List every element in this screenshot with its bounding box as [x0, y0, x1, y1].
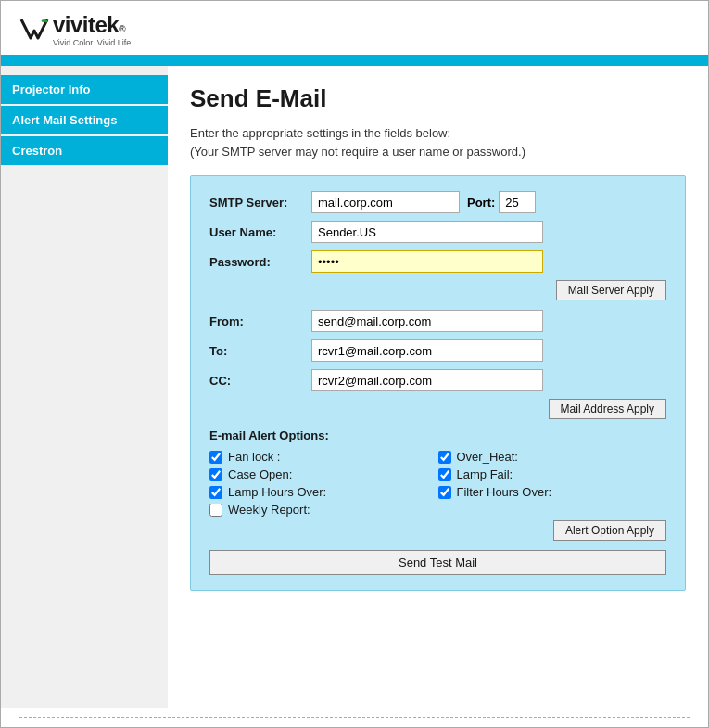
mail-server-apply-row: Mail Server Apply	[209, 280, 666, 300]
checkbox-fan-lock-label: Fan lock :	[228, 450, 280, 464]
logo-registered: ®	[119, 24, 125, 34]
smtp-server-input[interactable]	[311, 191, 460, 213]
checkbox-grid-empty	[438, 503, 667, 517]
checkbox-over-heat: Over_Heat:	[438, 450, 667, 464]
checkbox-grid: Fan lock : Over_Heat: Case Open: Lamp Fa…	[209, 450, 666, 517]
cc-row: CC:	[209, 369, 666, 391]
mail-address-apply-row: Mail Address Apply	[209, 399, 666, 419]
page-title: Send E-Mail	[190, 84, 686, 113]
footer-divider	[19, 717, 690, 718]
mail-server-apply-button[interactable]: Mail Server Apply	[556, 280, 666, 300]
form-panel: SMTP Server: Port: User Name: Password:	[190, 175, 686, 591]
password-label: Password:	[209, 255, 311, 269]
smtp-server-input-group: Port:	[311, 191, 536, 213]
from-label: From:	[209, 314, 311, 328]
user-name-input[interactable]	[311, 221, 543, 243]
checkbox-weekly-report: Weekly Report:	[209, 503, 438, 517]
checkbox-over-heat-label: Over_Heat:	[457, 450, 518, 464]
logo-main: vivitek® Vivid Color. Vivid Life.	[19, 12, 133, 47]
logo-container: vivitek® Vivid Color. Vivid Life.	[19, 12, 690, 47]
alert-options-title: E-mail Alert Options:	[209, 428, 666, 442]
password-input[interactable]	[311, 250, 543, 273]
checkbox-case-open-label: Case Open:	[228, 467, 292, 481]
cc-label: CC:	[209, 374, 311, 388]
main-content: Send E-Mail Enter the appropriate settin…	[168, 66, 708, 708]
checkbox-lamp-hours-over-input[interactable]	[209, 486, 222, 499]
sidebar-item-projector-info[interactable]: Projector Info	[1, 75, 168, 104]
alert-option-apply-button[interactable]: Alert Option Apply	[553, 520, 666, 541]
checkbox-filter-hours-over-label: Filter Hours Over:	[457, 485, 552, 499]
port-input[interactable]	[499, 191, 536, 213]
checkbox-filter-hours-over: Filter Hours Over:	[438, 485, 667, 499]
sidebar-item-crestron[interactable]: Crestron	[1, 136, 168, 165]
to-row: To:	[209, 339, 666, 362]
logo-wordmark: vivitek® Vivid Color. Vivid Life.	[53, 12, 133, 47]
port-label: Port:	[467, 196, 495, 210]
checkbox-lamp-hours-over: Lamp Hours Over:	[209, 485, 438, 499]
to-label: To:	[209, 344, 311, 358]
from-row: From:	[209, 310, 666, 332]
checkbox-lamp-fail: Lamp Fail:	[438, 467, 667, 481]
checkbox-over-heat-input[interactable]	[438, 451, 451, 464]
checkbox-case-open: Case Open:	[209, 467, 438, 481]
checkbox-lamp-fail-input[interactable]	[438, 468, 451, 481]
checkbox-weekly-report-input[interactable]	[209, 504, 222, 517]
smtp-server-row: SMTP Server: Port:	[209, 191, 666, 213]
content-area: Projector Info Alert Mail Settings Crest…	[1, 66, 708, 708]
to-input[interactable]	[311, 339, 543, 362]
checkbox-filter-hours-over-input[interactable]	[438, 486, 451, 499]
header: vivitek® Vivid Color. Vivid Life.	[1, 1, 708, 58]
checkbox-lamp-hours-over-label: Lamp Hours Over:	[228, 485, 326, 499]
cc-input[interactable]	[311, 369, 543, 391]
mail-address-apply-button[interactable]: Mail Address Apply	[549, 399, 666, 419]
app-frame: vivitek® Vivid Color. Vivid Life. Projec…	[0, 0, 709, 728]
checkbox-fan-lock: Fan lock :	[209, 450, 438, 464]
blue-accent-bar	[1, 58, 708, 66]
from-input[interactable]	[311, 310, 543, 332]
send-test-mail-button[interactable]: Send Test Mail	[209, 550, 666, 575]
checkbox-fan-lock-input[interactable]	[209, 451, 222, 464]
sidebar-item-alert-mail-settings[interactable]: Alert Mail Settings	[1, 106, 168, 134]
user-name-label: User Name:	[209, 225, 311, 239]
sidebar: Projector Info Alert Mail Settings Crest…	[1, 66, 168, 708]
logo-text: vivitek	[53, 12, 119, 38]
vivitek-v-icon	[19, 14, 49, 44]
checkbox-case-open-input[interactable]	[209, 468, 222, 481]
logo-tagline: Vivid Color. Vivid Life.	[53, 38, 133, 47]
alert-option-apply-row: Alert Option Apply	[209, 520, 666, 541]
password-row: Password:	[209, 250, 666, 273]
checkbox-lamp-fail-label: Lamp Fail:	[457, 467, 513, 481]
user-name-row: User Name:	[209, 221, 666, 243]
checkbox-weekly-report-label: Weekly Report:	[228, 503, 310, 517]
smtp-server-label: SMTP Server:	[209, 196, 311, 210]
page-description: Enter the appropriate settings in the fi…	[190, 124, 686, 160]
